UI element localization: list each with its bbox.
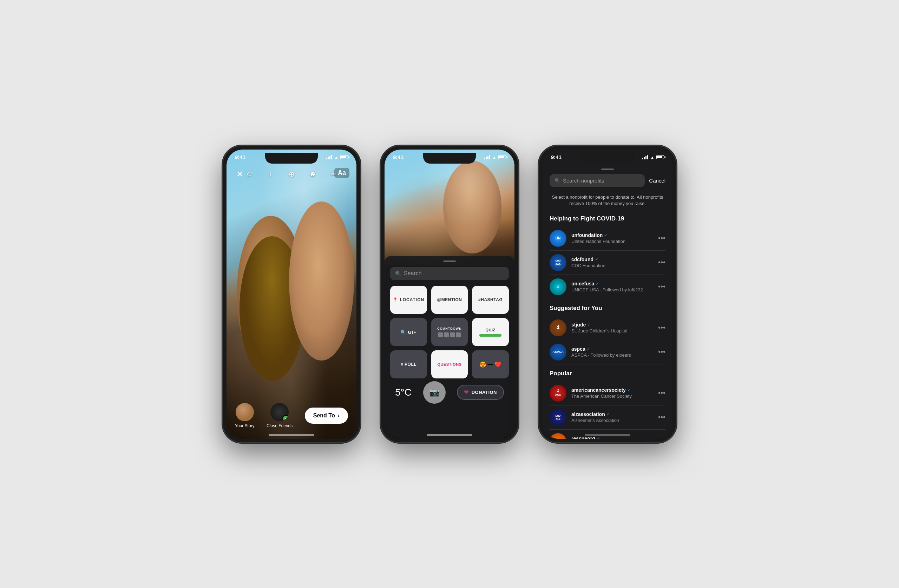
- status-time-3: 9:41: [551, 154, 562, 160]
- org-item-aspca[interactable]: ASPCA aspca ✓ ASPCA · Followed by eloear…: [550, 340, 666, 364]
- quiz-sticker[interactable]: QUIZ: [472, 318, 509, 346]
- sticker-grid: 📍 LOCATION @MENTION #HASHTAG 🔍 GIF: [390, 286, 509, 378]
- download-icon[interactable]: ↓: [264, 168, 277, 181]
- your-story-label: Your Story: [235, 423, 255, 428]
- gif-sticker[interactable]: 🔍 GIF: [390, 318, 427, 346]
- more-options-aspca[interactable]: •••: [658, 348, 666, 356]
- close-friends-label: Close Friends: [267, 423, 292, 428]
- org-handle-aspca: aspca: [572, 346, 585, 352]
- verified-badge-7: ✓: [607, 412, 610, 417]
- avatar-stjude: 🎗: [550, 319, 567, 336]
- battery-icon-2: [498, 155, 506, 159]
- org-item-cdc[interactable]: ⊙⊙⊙⊙ cdcfound ✓ CDC Foundation •••: [550, 251, 666, 275]
- phone-2: 9:41 ▲: [381, 146, 518, 442]
- poll-sticker[interactable]: ≡ POLL: [390, 350, 427, 378]
- avatar-unfoundation: UN: [550, 230, 567, 247]
- link-icon[interactable]: ⊕: [285, 168, 298, 181]
- avatar-image: [236, 403, 254, 421]
- sticker-search[interactable]: 🔍 Search: [390, 267, 509, 280]
- send-to-arrow: ›: [338, 412, 340, 419]
- heart-icon: ❤: [464, 389, 469, 396]
- verified-badge-1: ✓: [604, 233, 607, 238]
- camera-bottom-bar: 5°C 📷 ❤ DONATION: [385, 381, 514, 404]
- questions-sticker[interactable]: QUESTIONS: [431, 350, 468, 378]
- status-icons-3: ▲: [642, 155, 664, 159]
- signal-icon-2: [484, 155, 490, 159]
- section-title-popular: Popular: [550, 370, 666, 377]
- more-options-unicef[interactable]: •••: [658, 282, 666, 291]
- mention-sticker[interactable]: @MENTION: [431, 286, 468, 314]
- status-icons-2: ▲: [484, 155, 506, 159]
- search-row: 🔍 Search nonprofits Cancel: [550, 174, 666, 187]
- camera-shutter[interactable]: 📷: [423, 381, 446, 404]
- emoji-slider-sticker[interactable]: 😍 — ❤️: [472, 350, 509, 378]
- home-indicator-2: [427, 434, 472, 436]
- avatar-unicef: U: [550, 278, 567, 295]
- org-name-unfoundation: United Nations Foundation: [572, 239, 653, 244]
- section-title-covid: Helping to Fight COVID-19: [550, 215, 666, 222]
- avatar-cdc: ⊙⊙⊙⊙: [550, 254, 567, 271]
- org-info-cdc: cdcfound ✓ CDC Foundation: [572, 257, 653, 268]
- gif-label: GIF: [408, 330, 417, 335]
- questions-label: QUESTIONS: [437, 362, 462, 366]
- org-item-stjude[interactable]: 🎗 stjude ✓ St. Jude Children's Hospital …: [550, 316, 666, 340]
- org-name-aspca: ASPCA · Followed by eloears: [572, 352, 653, 358]
- face-2: [289, 202, 354, 361]
- emoji-hearts: 😍 — ❤️: [479, 361, 502, 368]
- org-handle-unfoundation: unfoundation: [572, 232, 602, 238]
- org-name-unicef: UNICEF USA · Followed by lofti232: [572, 287, 653, 292]
- cancel-button[interactable]: Cancel: [649, 177, 666, 184]
- more-options-alz[interactable]: •••: [658, 413, 666, 421]
- org-name-stjude: St. Jude Children's Hospital: [572, 328, 653, 333]
- donation-sticker[interactable]: ❤ DONATION: [457, 385, 504, 400]
- your-story-option[interactable]: Your Story: [235, 403, 255, 428]
- section-title-suggested: Suggested for You: [550, 305, 666, 312]
- org-item-unicef[interactable]: U unicefusa ✓ UNICEF USA · Followed by l…: [550, 275, 666, 299]
- org-item-alz[interactable]: ENDALZ alzassociation ✓ Alzheimer's Asso…: [550, 406, 666, 430]
- org-info-acs: americancancersociety ✓ The American Can…: [572, 387, 653, 399]
- avatar-alz: ENDALZ: [550, 409, 567, 426]
- wifi-icon-3: ▲: [650, 155, 654, 159]
- np-content: Helping to Fight COVID-19 UN unfoundatio…: [542, 210, 672, 439]
- quiz-bar: [479, 334, 502, 336]
- poll-label: POLL: [405, 362, 417, 367]
- location-sticker[interactable]: 📍 LOCATION: [390, 286, 427, 314]
- org-name-alz: Alzheimer's Association: [572, 418, 653, 423]
- signal-icon-3: [642, 155, 648, 159]
- verified-badge-4: ✓: [587, 322, 591, 327]
- more-options-cdc[interactable]: •••: [658, 258, 666, 267]
- battery-icon-3: [656, 155, 664, 159]
- poll-icon: ≡: [401, 362, 403, 367]
- org-handle-acs: americancancersociety: [572, 387, 626, 393]
- camera-view: ✕ ☺ ↓ ⊕ ☻ ✏ Aa Your Story: [227, 150, 357, 439]
- avatar-aspca: ASPCA: [550, 344, 567, 361]
- photo-background: [227, 150, 357, 439]
- home-indicator-1: [269, 434, 314, 436]
- gif-search-icon: 🔍: [400, 330, 406, 335]
- emoji-sticker-icon[interactable]: ☺: [243, 168, 256, 181]
- send-to-button[interactable]: Send To ›: [305, 407, 348, 424]
- send-to-label: Send To: [313, 412, 335, 419]
- countdown-sticker[interactable]: COUNTDOWN: [431, 318, 468, 346]
- notch-3: [581, 153, 634, 164]
- org-info-stjude: stjude ✓ St. Jude Children's Hospital: [572, 322, 653, 333]
- org-item-acs[interactable]: 🎗ACS americancancersociety ✓ The America…: [550, 381, 666, 406]
- text-tool-button[interactable]: Aa: [334, 168, 349, 178]
- search-icon: 🔍: [555, 178, 560, 183]
- phone-2-screen: 9:41 ▲: [385, 150, 514, 439]
- more-options-unfoundation[interactable]: •••: [658, 234, 666, 242]
- search-box[interactable]: 🔍 Search nonprofits: [550, 174, 645, 187]
- face-sticker-icon[interactable]: ☻: [306, 168, 319, 181]
- more-options-stjude[interactable]: •••: [658, 324, 666, 332]
- org-item-unfoundation[interactable]: UN unfoundation ✓ United Nations Foundat…: [550, 227, 666, 251]
- org-handle-alz: alzassociation: [572, 411, 605, 417]
- org-handle-cdc: cdcfound: [572, 257, 593, 262]
- more-options-acs[interactable]: •••: [658, 389, 666, 397]
- nonprofit-view: 9:41 ▲: [542, 150, 672, 439]
- org-handle-rescue: rescueorg: [572, 436, 595, 438]
- close-friends-option[interactable]: ★ Close Friends: [267, 403, 292, 428]
- your-story-avatar: [236, 403, 254, 421]
- more-options-rescue[interactable]: •••: [658, 437, 666, 438]
- avatar-rescue: R: [550, 433, 567, 439]
- hashtag-sticker[interactable]: #HASHTAG: [472, 286, 509, 314]
